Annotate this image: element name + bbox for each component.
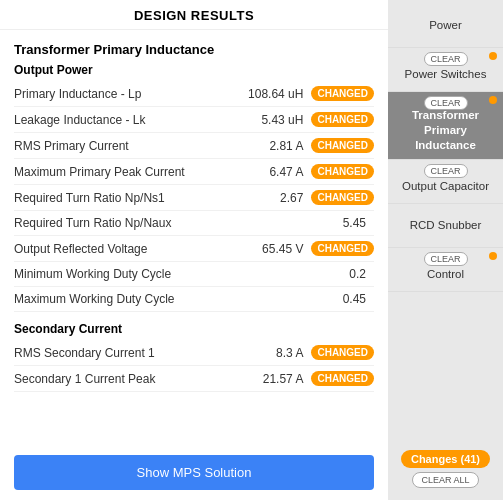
row-label: Required Turn Ratio Np/Naux [14,216,343,230]
row-value: 65.45 V [262,242,303,256]
row-value: 2.67 [280,191,303,205]
scroll-area: Transformer Primary Inductance Output Po… [0,30,388,445]
main-rows: Primary Inductance - Lp 108.64 uH CHANGE… [14,81,374,312]
row-label: Primary Inductance - Lp [14,87,248,101]
table-row: Leakage Inductance - Lk 5.43 uH CHANGED [14,107,374,133]
row-value: 5.43 uH [261,113,303,127]
page-title: DESIGN RESULTS [0,0,388,30]
sidebar-item-control[interactable]: CLEARControl [388,248,503,292]
changed-badge: CHANGED [311,190,374,205]
sidebar-item-label-transformer-primary: Transformer Primary Inductance [396,108,495,153]
row-value: 5.45 [343,216,366,230]
sub-header: Output Power [14,63,374,77]
changed-badge: CHANGED [311,112,374,127]
sidebar-item-label-rcd-snubber: RCD Snubber [410,218,482,233]
row-label: Leakage Inductance - Lk [14,113,261,127]
changed-badge: CHANGED [311,241,374,256]
dot-indicator-power-switches [489,52,497,60]
changes-badge: Changes (41) [401,450,490,468]
clear-button-transformer-primary[interactable]: CLEAR [423,96,467,110]
row-label: RMS Primary Current [14,139,269,153]
table-row: RMS Secondary Current 1 8.3 A CHANGED [14,340,374,366]
sidebar-item-label-power: Power [429,18,462,33]
row-value: 0.2 [349,267,366,281]
sidebar: PowerCLEARPower SwitchesCLEARTransformer… [388,0,503,500]
table-row: Output Reflected Voltage 65.45 V CHANGED [14,236,374,262]
clear-button-output-capacitor[interactable]: CLEAR [423,164,467,178]
table-row: RMS Primary Current 2.81 A CHANGED [14,133,374,159]
sidebar-items: PowerCLEARPower SwitchesCLEARTransformer… [388,4,503,292]
row-value: 2.81 A [269,139,303,153]
row-value: 108.64 uH [248,87,303,101]
secondary-header: Secondary Current [14,322,374,336]
sidebar-item-transformer-primary[interactable]: CLEARTransformer Primary Inductance [388,92,503,160]
sidebar-item-rcd-snubber[interactable]: RCD Snubber [388,204,503,248]
sidebar-item-output-capacitor[interactable]: CLEAROutput Capacitor [388,160,503,204]
dot-indicator-transformer-primary [489,96,497,104]
changed-badge: CHANGED [311,138,374,153]
clear-button-control[interactable]: CLEAR [423,252,467,266]
sidebar-item-label-control: Control [427,267,464,282]
main-content: DESIGN RESULTS Transformer Primary Induc… [0,0,388,500]
dot-indicator-control [489,252,497,260]
row-value: 6.47 A [269,165,303,179]
changed-badge: CHANGED [311,86,374,101]
row-label: RMS Secondary Current 1 [14,346,276,360]
clear-all-button[interactable]: CLEAR ALL [412,472,478,488]
sidebar-item-power-switches[interactable]: CLEARPower Switches [388,48,503,92]
row-label: Maximum Primary Peak Current [14,165,269,179]
sidebar-item-power[interactable]: Power [388,4,503,48]
show-mps-button[interactable]: Show MPS Solution [14,455,374,490]
changed-badge: CHANGED [311,164,374,179]
sidebar-item-label-output-capacitor: Output Capacitor [402,179,489,194]
row-label: Secondary 1 Current Peak [14,372,263,386]
table-row: Minimum Working Duty Cycle 0.2 [14,262,374,287]
table-row: Secondary 1 Current Peak 21.57 A CHANGED [14,366,374,392]
row-value: 21.57 A [263,372,304,386]
clear-button-power-switches[interactable]: CLEAR [423,52,467,66]
row-label: Output Reflected Voltage [14,242,262,256]
table-row: Required Turn Ratio Np/Ns1 2.67 CHANGED [14,185,374,211]
changed-badge: CHANGED [311,371,374,386]
row-value: 8.3 A [276,346,303,360]
table-row: Required Turn Ratio Np/Naux 5.45 [14,211,374,236]
section-header: Transformer Primary Inductance [14,42,374,57]
table-row: Primary Inductance - Lp 108.64 uH CHANGE… [14,81,374,107]
sidebar-item-label-power-switches: Power Switches [405,67,487,82]
row-label: Minimum Working Duty Cycle [14,267,349,281]
row-label: Maximum Working Duty Cycle [14,292,343,306]
secondary-rows: RMS Secondary Current 1 8.3 A CHANGED Se… [14,340,374,392]
table-row: Maximum Working Duty Cycle 0.45 [14,287,374,312]
row-label: Required Turn Ratio Np/Ns1 [14,191,280,205]
sidebar-bottom: Changes (41) CLEAR ALL [388,442,503,496]
row-value: 0.45 [343,292,366,306]
changed-badge: CHANGED [311,345,374,360]
table-row: Maximum Primary Peak Current 6.47 A CHAN… [14,159,374,185]
